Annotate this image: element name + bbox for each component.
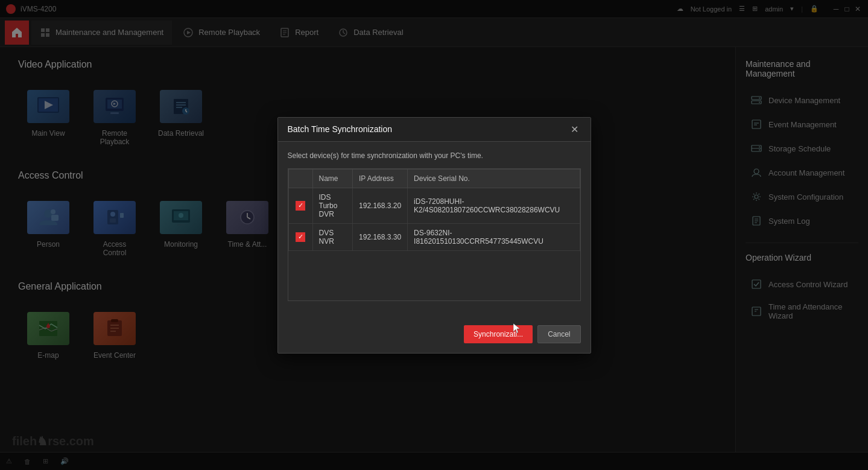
row1-checkbox-cell (288, 188, 312, 223)
sync-button[interactable]: Synchronizati... (464, 325, 533, 343)
row2-name: DVS NVR (312, 223, 353, 250)
cancel-button[interactable]: Cancel (537, 325, 580, 343)
modal-header: Batch Time Synchronization ✕ (278, 118, 591, 142)
modal-title: Batch Time Synchronization (288, 124, 393, 134)
row1-ip: 192.168.3.20 (353, 188, 408, 223)
table-row: DVS NVR 192.168.3.30 DS-9632NI-I81620151… (288, 223, 580, 250)
col-ip: IP Address (353, 169, 408, 188)
modal-close-button[interactable]: ✕ (569, 123, 581, 135)
row2-checkbox-cell (288, 223, 312, 250)
row2-ip: 192.168.3.30 (353, 223, 408, 250)
row1-checkbox[interactable] (296, 201, 305, 211)
row1-name: IDS Turbo DVR (312, 188, 353, 223)
batch-sync-modal: Batch Time Synchronization ✕ Select devi… (277, 117, 591, 354)
table-header-row: Name IP Address Device Serial No. (288, 169, 580, 188)
table-row: IDS Turbo DVR 192.168.3.20 iDS-7208HUHI-… (288, 188, 580, 223)
col-checkbox (288, 169, 312, 188)
row2-serial: DS-9632NI-I816201510130CCRR547735445WCVU (408, 223, 580, 250)
device-table: Name IP Address Device Serial No. IDS Tu… (288, 169, 580, 251)
row1-serial: iDS-7208HUHI-K2/4S08201807260CCWRC380282… (408, 188, 580, 223)
modal-footer: Synchronizati... Cancel (278, 319, 591, 353)
row2-checkbox[interactable] (296, 232, 305, 242)
modal-body: Select device(s) for time synchronizatio… (278, 142, 591, 319)
modal-description: Select device(s) for time synchronizatio… (288, 151, 581, 160)
col-serial: Device Serial No. (408, 169, 580, 188)
device-table-container: Name IP Address Device Serial No. IDS Tu… (288, 168, 581, 301)
col-name: Name (312, 169, 353, 188)
modal-overlay: Batch Time Synchronization ✕ Select devi… (0, 0, 868, 470)
